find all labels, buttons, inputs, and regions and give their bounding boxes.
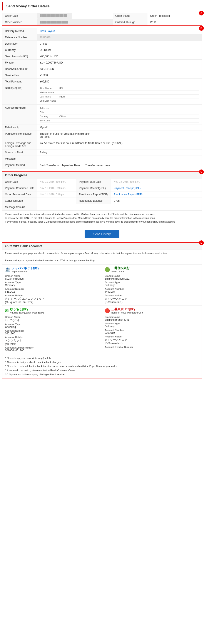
destination-value: China: [37, 41, 202, 47]
smbc-logo-text: 三井住友銀行: [111, 266, 130, 270]
order-number-value: ████/██/██████████: [37, 19, 113, 26]
account-holder-value-jp: カ）シースクエア: [104, 297, 199, 301]
second-last-name-value: [59, 99, 199, 103]
payment-confirmed-value: Nov. 11, 2016, 8:48 p.m.: [37, 185, 76, 192]
relationship-value: Myself: [37, 124, 202, 131]
name-english-value: First NameEN Middle Name Last NameREMIT …: [37, 85, 202, 105]
service-fee-label: Service Fee: [2, 72, 37, 78]
middle-name-label: Middle Name: [40, 90, 59, 95]
table-row: FX rate ¥1 = 0.009736 USD: [2, 60, 202, 66]
branch-name-label: Branch Name: [104, 274, 199, 277]
section-a: A Order Date ████/██/██ ██:██:██ Order S…: [2, 12, 202, 26]
zip-label: ZIP Code: [40, 118, 59, 123]
foreign-exchange-label: Foreign Exchange and Foreign Trade Act: [2, 140, 37, 150]
zip-value: [59, 118, 199, 123]
bank-smbc: 🟢 三井住友銀行 SMBC Bank Branch Name Shinjuku …: [102, 264, 202, 306]
currency-value: US Dollar: [37, 47, 202, 53]
account-number-value: 4490175: [104, 290, 199, 293]
order-date-label: Order Date: [2, 13, 37, 19]
table-row: Order Number ████/██/██████████ Ordered …: [2, 19, 202, 26]
branch-name-label: Branch Name: [104, 316, 199, 318]
table-row: Name(English) First NameEN Middle Name L…: [2, 85, 202, 105]
address-english-value: Address City CountryChina ZIP Code: [37, 105, 202, 124]
account-holder-label: Account Holder: [104, 335, 199, 338]
table-row: Relationship Myself: [2, 124, 202, 131]
currency-label: Currency: [2, 47, 37, 53]
section-b-table: Delivery Method Cash Payout Reference Nu…: [2, 28, 202, 169]
table-row: Currency US Dollar: [2, 47, 202, 53]
order-status-value: Order Processed: [148, 13, 202, 19]
branch-name-label: Branch Name: [5, 274, 99, 277]
bank-accounts-title: enRemit's Bank Accounts: [2, 242, 202, 250]
bank-name-row: 🟢 三井住友銀行 SMBC Bank: [104, 266, 199, 273]
first-name-label: First Name: [40, 86, 59, 90]
remittance-report-link[interactable]: Remittance Report(PDF): [111, 192, 202, 198]
bank-name-row: 🏦 ジャパンネット銀行 JapanNetBank: [5, 266, 99, 273]
branch-name-value: Suzume Branch: [5, 277, 99, 280]
account-type-value: Ordinary: [5, 284, 99, 287]
send-history-button[interactable]: Send History: [84, 230, 120, 238]
order-date-c-label: Order Date: [2, 179, 37, 185]
fx-rate-value: ¥1 = 0.009736 USD: [37, 60, 202, 66]
payment-receipt-link[interactable]: Payment Receipt(PDF): [111, 185, 202, 192]
account-type-label: Account Type: [104, 281, 199, 284]
footnote-3: Please be reminded that the bank transfe…: [5, 364, 199, 368]
total-payment-label: Total Payment: [2, 78, 37, 85]
section-c: C Order Progress Order Date Nov. 11, 201…: [2, 172, 202, 226]
account-number-label: Account Number: [104, 288, 199, 290]
account-symbol-label: Account Symbol Number: [104, 346, 199, 348]
table-row: Service Fee ¥1,380: [2, 72, 202, 78]
bank-japan-net: 🏦 ジャパンネット銀行 JapanNetBank Branch Name Suz…: [2, 264, 102, 306]
account-holder-value-en: (enRemit): [5, 342, 99, 346]
payment-due-date-value: Nov. 18, 2016, 8:48 p.m.: [111, 179, 202, 185]
order-progress-note: Please note that if your beneficiary doe…: [2, 210, 202, 226]
japan-net-logo-text: ジャパンネット銀行: [12, 266, 39, 270]
yucho-en-name: Yuucho Bank(Japan Post Bank): [10, 311, 44, 314]
branch-name-label: Branch Name: [5, 316, 99, 318]
payment-due-date-label: Payment Due Date: [76, 179, 111, 185]
account-symbol-value: 00100-8-601260: [5, 349, 99, 352]
account-type-label: Account Type: [104, 322, 199, 325]
source-of-fund-value: Salary: [37, 150, 202, 156]
bank-yucho: ✉ ゆうちょ銀行 Yuucho Bank(Japan Post Bank) Br…: [2, 306, 102, 354]
branch-name-value: Shinjuku Branch (221): [104, 277, 199, 280]
section-d-label: D: [199, 240, 204, 245]
account-type-value: Ordinary: [104, 325, 199, 328]
account-number-value: 0301019: [104, 331, 199, 334]
table-row: Delivery Method Cash Payout: [2, 28, 202, 34]
bank-grid: 🏦 ジャパンネット銀行 JapanNetBank Branch Name Suz…: [2, 264, 202, 354]
table-row: Address (English) Address City CountryCh…: [2, 105, 202, 124]
order-status-label: Order Status: [113, 13, 148, 19]
ordered-through-value: WEB: [148, 19, 202, 26]
middle-name-value: [59, 90, 199, 95]
mufg-en-name: Bank of Tokyo-Mitsubishi UFJ: [111, 311, 143, 314]
account-number-value: 0601260: [5, 332, 99, 335]
account-number-label: Account Number: [5, 288, 99, 290]
bank-footnotes: Please keep your bank slip(receipt) safe…: [2, 354, 202, 378]
table-row: Order Date Nov. 11, 2016, 8:48 p.m. Paym…: [2, 179, 202, 185]
account-type-value: Checking: [5, 326, 99, 328]
footnote-2: Please note that you should bear the ban…: [5, 360, 199, 364]
section-c-label: C: [199, 170, 204, 174]
payment-method-value: Bank Transfer to：Japan Net Bank Transfer…: [37, 162, 202, 169]
payment-receipt-label: Payment Receipt(PDF): [76, 185, 111, 192]
section-d: D enRemit's Bank Accounts Please note th…: [2, 242, 202, 379]
branch-name-value: Shinjuku branch (341): [104, 318, 199, 321]
table-row: Message: [2, 156, 202, 162]
yucho-details: Branch Name 〇一九(019) Account Type Checki…: [5, 316, 99, 352]
last-name-label: Last Name: [40, 95, 59, 99]
account-symbol-value: -: [104, 348, 199, 351]
table-row: Cancelled Date - Refundable Balance 0Yen: [2, 198, 202, 204]
purpose-value: Transfer of Fund for Emigration/Immigrat…: [37, 131, 202, 140]
city-label: City: [40, 110, 59, 114]
reference-number-value: 12345678: [37, 34, 202, 41]
branch-name-value: 〇一九(019): [5, 318, 99, 322]
account-holder-value-jp: カ）シースクエア: [104, 338, 199, 342]
address-sub-table: Address City CountryChina ZIP Code: [40, 106, 199, 123]
table-row: Destination China: [2, 41, 202, 47]
name-english-label: Name(English): [2, 85, 37, 105]
service-fee-value: ¥1,380: [37, 72, 202, 78]
order-processed-value: Nov. 11, 2016, 8:48 p.m.: [37, 192, 76, 198]
account-holder-label: Account Holder: [5, 336, 99, 338]
order-date-c-value: Nov. 11, 2016, 8:48 p.m.: [37, 179, 76, 185]
